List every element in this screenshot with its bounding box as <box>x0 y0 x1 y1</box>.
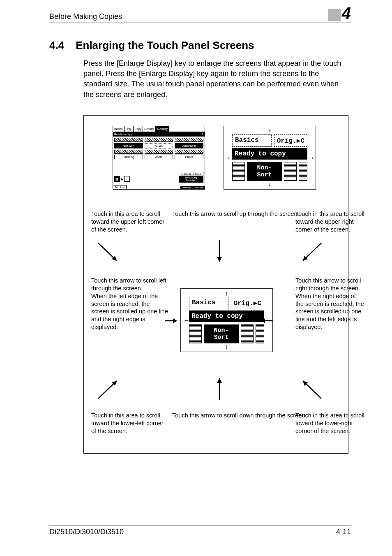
hatched-area <box>299 162 307 181</box>
normal-touch-panel: Basics Orig. Copy Density Auxiliary Read… <box>113 126 205 190</box>
diagram-container: Basics Orig. Copy Density Auxiliary Read… <box>83 115 348 454</box>
hatched-area <box>256 324 264 343</box>
scroll-down-arrow[interactable]: ↓ <box>226 181 313 188</box>
hatched-area <box>145 138 173 142</box>
hatched-area <box>284 162 297 181</box>
button-row: Non-Sort ×1.000 AutoPaper <box>113 142 205 150</box>
enlarged-ready-bar: Ready to copy <box>232 148 307 160</box>
caption-right: Touch this arrow to scroll right through… <box>295 277 365 331</box>
caption-up: Touch this arrow to scroll up through th… <box>172 210 308 218</box>
mixed-orig-button: Mixed Orig Detection <box>179 176 203 183</box>
section-heading: Enlarging the Touch Panel Screens <box>76 39 254 52</box>
enlarged-touch-panel-center: ↑ ← Basics Orig.▶C Ready to copy Non-Sor… <box>180 288 273 352</box>
enlarged-touch-panel-center-wrapper: ↑ ← Basics Orig.▶C Ready to copy Non-Sor… <box>180 288 273 352</box>
caption-lower-right: Touch in this area to scroll toward the … <box>295 412 365 435</box>
hatched-area <box>241 324 254 343</box>
ready-text: Ready to copy <box>114 133 133 136</box>
scroll-left-arrow[interactable]: ← <box>183 317 188 324</box>
svg-marker-13 <box>217 378 222 383</box>
page-header: Before Making Copies <box>49 12 351 23</box>
job-list-tab: Job List <box>113 185 127 189</box>
panel-tabs: Basics Orig. Copy Density Auxiliary <box>113 126 205 132</box>
paper-label: Paper <box>175 155 203 159</box>
caption-down: Touch this arrow to scroll down through … <box>172 412 308 419</box>
hatched-area <box>189 324 202 343</box>
label-row: Finishing Zoom Paper <box>113 154 205 160</box>
svg-marker-7 <box>173 318 177 323</box>
enlarged-non-sort-button[interactable]: Non-Sort <box>247 162 282 181</box>
scroll-right-arrow[interactable]: → <box>308 154 313 162</box>
hatched-area <box>145 150 173 154</box>
footer-model: Di2510/Di3010/Di3510 <box>49 528 124 536</box>
finishing-label: Finishing <box>114 155 143 159</box>
enlarged-tab-orig[interactable]: Orig.▶C <box>231 297 264 309</box>
output-mode-icon: ▫ <box>124 176 130 182</box>
tab-density: Density <box>143 126 155 132</box>
enlarged-touch-panel-top: ↑ ← Basics Orig.▶C Ready to copy Non-Sor… <box>224 126 316 190</box>
copy-mode-icon: ▦ <box>114 176 120 182</box>
tab-auxiliary: Auxiliary <box>155 126 169 132</box>
arrow-to-upper-right-icon <box>299 241 323 264</box>
tab-orig: Orig. <box>125 126 134 132</box>
ready-bar: Ready to copy 1 <box>113 132 205 137</box>
arrow-to-right-icon <box>260 317 274 324</box>
svg-marker-9 <box>261 318 265 323</box>
scroll-up-arrow[interactable]: ↑ <box>226 128 313 134</box>
caption-upper-right: Touch in this area to scroll toward the … <box>295 210 365 234</box>
enlarged-ready-bar: Ready to copy <box>189 310 264 322</box>
enlarged-tab-basics[interactable]: Basics <box>232 134 272 147</box>
hatched-area <box>232 162 245 181</box>
caption-lower-left: Touch in this area to scroll toward the … <box>91 412 169 435</box>
scroll-left-arrow[interactable]: ← <box>226 154 231 162</box>
body-paragraph: Press the [Enlarge Display] key to enlar… <box>83 58 348 100</box>
header-left-text: Before Making Copies <box>49 12 122 21</box>
enlarged-non-sort-button[interactable]: Non-Sort <box>204 324 239 343</box>
enlarged-tab-orig[interactable]: Orig.▶C <box>274 134 307 147</box>
arrow-to-left-icon <box>164 317 178 324</box>
arrow-to-down-icon <box>215 376 224 401</box>
arrow-to-up-icon <box>215 239 224 264</box>
top-screens-row: Basics Orig. Copy Density Auxiliary Read… <box>113 126 316 190</box>
scroll-down-arrow[interactable]: ↓ <box>183 343 270 350</box>
arrow-icon: ▶ <box>121 177 123 181</box>
tab-basics: Basics <box>113 126 125 132</box>
arrow-to-lower-left-icon <box>96 378 121 401</box>
enlarged-tab-basics[interactable]: Basics <box>189 297 228 309</box>
svg-marker-3 <box>217 257 222 262</box>
mode-icons: ▦ ▶ ▫ <box>114 176 130 182</box>
footer-page-number: 4-11 <box>336 528 351 536</box>
zoom-label: Zoom <box>145 155 173 159</box>
caption-left: Touch this arrow to scroll left through … <box>91 277 169 331</box>
non-sort-button: Non-Sort <box>114 143 143 148</box>
hatched-area <box>114 138 143 142</box>
hatched-area <box>175 138 203 142</box>
caption-upper-left: Touch in this area to scroll toward the … <box>91 210 169 234</box>
page-footer: Di2510/Di3010/Di3510 4-11 <box>49 526 351 536</box>
hatched-area <box>175 150 203 154</box>
scroll-up-arrow[interactable]: ↑ <box>183 290 270 297</box>
copy-count: 1 <box>202 133 203 136</box>
hatched-area <box>114 150 143 154</box>
tab-copy: Copy <box>134 126 143 132</box>
arrow-to-lower-right-icon <box>299 378 323 401</box>
memory-free-label: Memory 100% Free <box>180 186 205 189</box>
autopaper-button: AutoPaper <box>175 143 203 148</box>
section-number: 4.4 <box>49 39 64 52</box>
section-title: 4.4 Enlarging the Touch Panel Screens <box>49 39 351 52</box>
arrow-to-upper-left-icon <box>96 241 121 264</box>
zoom-ratio-button: ×1.000 <box>145 143 173 148</box>
